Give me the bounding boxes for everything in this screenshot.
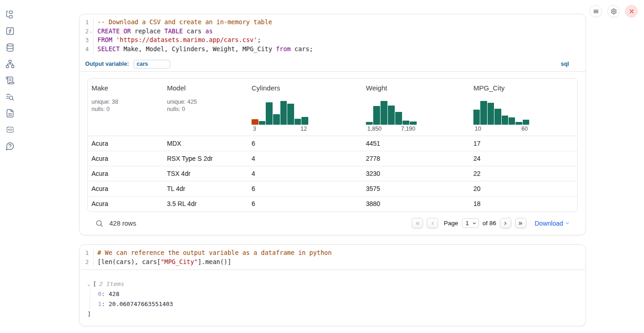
chevron-down-icon (565, 221, 570, 226)
chevron-left-icon (430, 221, 435, 226)
output-variable-label: Output variable: (85, 61, 129, 67)
histogram-bar (388, 106, 395, 125)
table-footer: 428 rows Page 1 of 86 (87, 212, 578, 235)
tree-item: 1: 20.060747663551403 (98, 299, 578, 309)
notebook-menu-button[interactable] (590, 5, 602, 17)
double-chevron-right-icon (518, 221, 523, 226)
next-page-button[interactable] (500, 218, 511, 228)
first-page-button[interactable] (412, 218, 423, 228)
histogram-bar (381, 101, 387, 125)
table-cell: 6 (248, 140, 362, 147)
table-cell: Acura (88, 185, 163, 192)
column-header-cylinders[interactable]: Cylinders 312 (248, 84, 362, 136)
sidebar (0, 0, 20, 333)
histogram-bar (301, 117, 308, 125)
histogram-bar (523, 120, 529, 125)
table-header: Make unique: 38 nulls: 0 Model unique: 4… (88, 79, 577, 136)
histogram-bar (287, 104, 294, 125)
scratchpad-icon[interactable] (5, 76, 15, 85)
python-code-editor[interactable]: 1# We can reference the output variable … (80, 245, 585, 270)
weight-histogram: 1,8507,190 (366, 101, 417, 132)
data-table: Make unique: 38 nulls: 0 Model unique: 4… (87, 78, 578, 212)
table-cell: 18 (470, 200, 577, 207)
histogram-bar (266, 102, 273, 125)
shutdown-button[interactable] (625, 5, 638, 17)
notebook: 1-- Download a CSV and create an in-memo… (79, 14, 586, 326)
histogram-bar (515, 122, 522, 125)
histogram-bar (410, 122, 417, 125)
histogram-bar (473, 110, 480, 125)
previous-page-button[interactable] (427, 218, 438, 228)
line-number: 2 (85, 258, 89, 267)
table-cell: 24 (470, 155, 577, 162)
line-number: 1 (85, 18, 89, 27)
line-number: 2 (85, 27, 89, 36)
code-line: 2⌄CREATE OR replace TABLE cars as (80, 27, 585, 36)
output-variable-input[interactable] (134, 60, 170, 69)
page-select-value: 1 (466, 220, 469, 227)
column-label: Cylinders (252, 84, 362, 92)
table-cell: 20 (470, 185, 577, 192)
axis-max-label: 60 (521, 126, 528, 132)
column-label: Model (167, 84, 248, 92)
axis-max-label: 12 (301, 126, 307, 132)
table-cell: 3230 (362, 170, 470, 177)
column-header-weight[interactable]: Weight 1,8507,190 (362, 84, 470, 136)
table-row: AcuraTSX 4dr4323022 (88, 166, 577, 181)
top-controls (590, 5, 638, 17)
table-row: AcuraTL 4dr6357520 (88, 181, 577, 196)
table-cell: 4 (248, 170, 362, 177)
table-row: AcuraRSX Type S 2dr4277824 (88, 151, 577, 166)
variables-icon[interactable] (5, 26, 15, 36)
chevron-down-icon (472, 221, 477, 226)
collapse-chevron-icon[interactable]: ⌄ (87, 279, 93, 289)
histogram-bar (402, 121, 409, 125)
table-cell: 22 (470, 170, 577, 177)
row-count: 428 rows (109, 220, 136, 227)
table-cell: RSX Type S 2dr (163, 155, 248, 162)
last-page-button[interactable] (515, 218, 526, 228)
table-cell: 3880 (362, 200, 470, 207)
mpg-city-histogram: 1060 (473, 101, 529, 132)
gear-icon (611, 8, 617, 15)
column-label: Make (91, 84, 163, 92)
table-cell: 4451 (362, 140, 470, 147)
download-button[interactable]: Download (535, 220, 570, 227)
snippets-icon[interactable] (5, 125, 15, 134)
tree-items: 0: 4281: 20.060747663551403 (90, 289, 578, 309)
table-cell: TL 4dr (163, 185, 248, 192)
help-icon[interactable] (5, 142, 15, 151)
double-chevron-left-icon (415, 221, 420, 226)
histogram-bar (280, 101, 287, 125)
code-line: 3FROM 'https://datasets.marimo.app/cars.… (80, 36, 585, 45)
histogram-bar (273, 114, 280, 125)
page-label: Page (444, 220, 458, 227)
column-header-model[interactable]: Model unique: 425 nulls: 0 (163, 84, 248, 136)
histogram-bar (488, 103, 494, 125)
settings-button[interactable] (607, 5, 620, 17)
documentation-icon[interactable] (5, 109, 15, 118)
column-header-mpg-city[interactable]: MPG_City 1060 (470, 84, 577, 136)
table-output-area: Make unique: 38 nulls: 0 Model unique: 4… (80, 72, 585, 235)
page-select[interactable]: 1 (462, 218, 479, 228)
histogram-bar (259, 121, 266, 125)
sql-code-editor[interactable]: 1-- Download a CSV and create an in-memo… (80, 14, 585, 57)
table-cell: MDX (163, 140, 248, 147)
table-body: AcuraMDX6445117AcuraRSX Type S 2dr427782… (88, 136, 577, 211)
language-badge[interactable]: sql (561, 61, 569, 67)
code-line: 1-- Download a CSV and create an in-memo… (80, 18, 585, 27)
logs-search-icon[interactable] (5, 92, 15, 101)
bracket-close: ] (87, 309, 578, 319)
table-row: AcuraMDX6445117 (88, 136, 577, 151)
chevron-right-icon (503, 221, 508, 226)
page-total: of 86 (483, 220, 496, 227)
column-header-make[interactable]: Make unique: 38 nulls: 0 (88, 84, 163, 136)
fold-chevron-icon[interactable]: ⌄ (89, 27, 93, 36)
datasources-icon[interactable] (5, 43, 15, 52)
table-cell: 4 (248, 155, 362, 162)
dependency-graph-icon[interactable] (5, 59, 15, 69)
table-cell: 17 (470, 140, 577, 147)
histogram-bar (252, 119, 258, 125)
search-icon[interactable] (95, 219, 103, 227)
file-explorer-icon[interactable] (5, 10, 15, 19)
